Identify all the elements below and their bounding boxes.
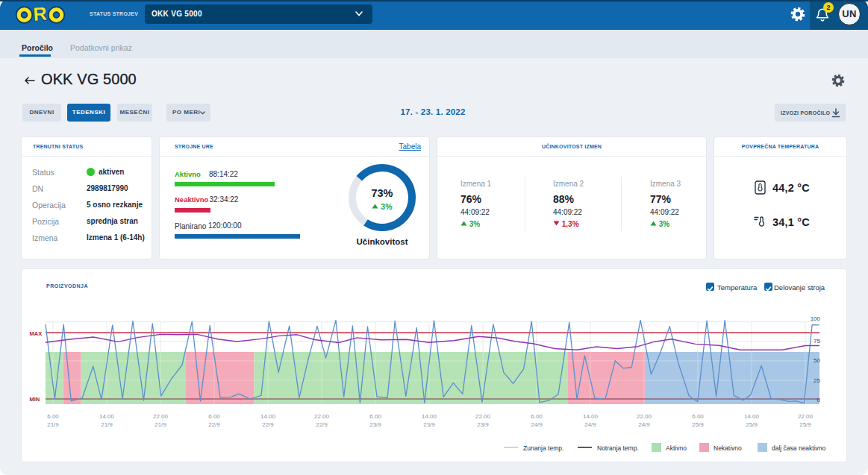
svg-text:23/9: 23/9 [369,421,381,428]
svg-text:14.00: 14.00 [744,413,760,420]
svg-text:21/9: 21/9 [47,421,59,428]
svg-text:22.00: 22.00 [314,413,330,420]
svg-text:22.00: 22.00 [637,413,652,420]
svg-text:Aktivno: Aktivno [666,444,687,452]
svg-text:6.00: 6.00 [369,413,381,420]
svg-text:23/9: 23/9 [477,421,489,428]
svg-text:25/9: 25/9 [692,421,704,428]
svg-text:R: R [33,2,48,24]
svg-text:25/9: 25/9 [746,421,758,428]
svg-text:6.00: 6.00 [692,413,704,420]
svg-text:100: 100 [811,315,821,322]
svg-text:22.00: 22.00 [153,413,169,420]
svg-text:14.00: 14.00 [422,413,437,420]
svg-text:22/9: 22/9 [316,421,328,428]
svg-text:Nekativno: Nekativno [714,444,742,452]
svg-text:MAX: MAX [30,330,43,337]
svg-text:25: 25 [814,377,820,384]
svg-text:14.00: 14.00 [583,413,599,420]
svg-text:23/9: 23/9 [423,421,435,428]
svg-text:Zunanja temp.: Zunanja temp. [523,444,563,452]
svg-text:dalj časa neaktivno: dalj časa neaktivno [772,444,826,452]
svg-text:24/9: 24/9 [531,421,543,428]
svg-text:24/9: 24/9 [638,421,650,428]
svg-text:22.00: 22.00 [798,413,814,420]
svg-text:21/9: 21/9 [154,421,166,428]
svg-text:22/9: 22/9 [262,421,274,428]
svg-text:75: 75 [814,338,820,345]
svg-text:22.00: 22.00 [475,413,491,420]
svg-text:6.00: 6.00 [531,413,543,420]
svg-text:22/9: 22/9 [208,421,220,428]
svg-text:Notranja temp.: Notranja temp. [597,444,639,452]
svg-text:0: 0 [817,397,821,403]
svg-text:50: 50 [814,357,820,364]
svg-text:25/9: 25/9 [799,421,811,428]
svg-text:14.00: 14.00 [99,413,115,420]
svg-text:MIN: MIN [30,396,40,403]
svg-text:14.00: 14.00 [260,413,276,420]
svg-text:21/9: 21/9 [101,421,113,428]
svg-text:6.00: 6.00 [208,413,220,420]
svg-text:24/9: 24/9 [584,421,596,428]
svg-text:6.00: 6.00 [47,413,59,420]
